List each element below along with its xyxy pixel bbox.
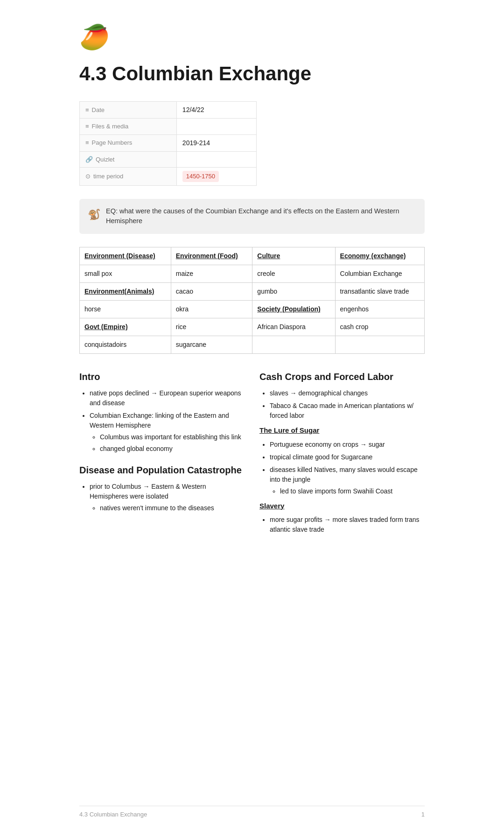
disease-title: Disease and Population Catastrophe: [79, 463, 245, 477]
table-cell: Govt (Empire): [80, 318, 171, 336]
table-cell: [335, 336, 424, 354]
table-cell: transatlantic slave trade: [335, 283, 424, 301]
list-item: prior to Columbus → Eastern & Western He…: [90, 482, 245, 513]
table-cell: cacao: [171, 283, 252, 301]
list-item: more sugar profits → more slaves traded …: [270, 515, 425, 535]
intro-list: native pops declined → European superior…: [79, 388, 245, 454]
prop-label: ≡Date: [80, 102, 177, 119]
prop-label: 🔗Quizlet: [80, 151, 177, 168]
table-cell: sugarcane: [171, 336, 252, 354]
table-cell: African Diaspora: [252, 318, 335, 336]
table-cell: Columbian Exchange: [335, 265, 424, 283]
table-cell: [252, 336, 335, 354]
right-column: Cash Crops and Forced Labor slaves → dem…: [259, 368, 425, 537]
page-emoji: 🥭: [79, 19, 425, 55]
prop-label: ≡Page Numbers: [80, 134, 177, 151]
prop-value: 2019-214: [176, 134, 256, 151]
table-cell: engenhos: [335, 301, 424, 318]
disease-list: prior to Columbus → Eastern & Western He…: [79, 482, 245, 513]
table-row: Environment(Animals)cacaogumbotransatlan…: [80, 283, 425, 301]
table-row: Govt (Empire)riceAfrican Diasporacash cr…: [80, 318, 425, 336]
property-row: ⊙time period1450-1750: [80, 168, 257, 186]
disease-section: Disease and Population Catastrophe prior…: [79, 463, 245, 513]
page-container: 🥭 4.3 Columbian Exchange ≡Date12/4/22≡Fi…: [51, 0, 453, 830]
property-row: ≡Page Numbers2019-214: [80, 134, 257, 151]
table-cell: maize: [171, 265, 252, 283]
table-cell: rice: [171, 318, 252, 336]
eq-text: EQ: what were the causes of the Coumbian…: [106, 206, 416, 227]
property-row: ≡Date12/4/22: [80, 102, 257, 119]
prop-value: 12/4/22: [176, 102, 256, 119]
list-item: native pops declined → European superior…: [90, 388, 245, 408]
sugar-list: Portuguese economy on crops → sugartropi…: [259, 440, 425, 496]
list-item: led to slave imports form Swahili Coast: [280, 486, 425, 496]
list-item: natives weren't immune to the diseases: [100, 503, 245, 513]
eq-emoji: 🐒: [88, 207, 100, 222]
list-item: Columbus was important for establishing …: [100, 432, 245, 442]
cash-crops-section: Cash Crops and Forced Labor slaves → dem…: [259, 370, 425, 535]
list-item: Columbian Exchange: linking of the Easte…: [90, 411, 245, 454]
prop-value: [176, 151, 256, 168]
cash-crops-title: Cash Crops and Forced Labor: [259, 370, 425, 384]
table-cell: cash crop: [335, 318, 424, 336]
table-cell: okra: [171, 301, 252, 318]
eq-callout: 🐒 EQ: what were the causes of the Coumbi…: [79, 199, 425, 234]
table-cell: Environment(Animals): [80, 283, 171, 301]
table-row: horseokraSociety (Population)engenhos: [80, 301, 425, 318]
sugar-subtitle: The Lure of Sugar: [259, 425, 425, 436]
table-cell: conquistadoirs: [80, 336, 171, 354]
prop-value: [176, 119, 256, 135]
footer-title: 4.3 Columbian Exchange: [79, 810, 147, 819]
list-item: slaves → demographical changes: [270, 388, 425, 398]
prop-label: ≡Files & media: [80, 119, 177, 135]
table-header: Culture: [252, 247, 335, 265]
property-row: ≡Files & media: [80, 119, 257, 135]
list-item: diseases killed Natives, many slaves wou…: [270, 465, 425, 496]
table-header: Environment (Disease): [80, 247, 171, 265]
left-column: Intro native pops declined → European su…: [79, 368, 245, 537]
page-title: 4.3 Columbian Exchange: [79, 59, 425, 88]
table-cell: small pox: [80, 265, 171, 283]
list-item: Portuguese economy on crops → sugar: [270, 440, 425, 450]
cash-crops-list: slaves → demographical changesTabaco & C…: [259, 388, 425, 421]
slavery-subtitle: Slavery: [259, 501, 425, 512]
content-table: Environment (Disease)Environment (Food)C…: [79, 247, 425, 354]
table-cell: Society (Population): [252, 301, 335, 318]
table-header: Economy (exchange): [335, 247, 424, 265]
table-row: small poxmaizecreoleColumbian Exchange: [80, 265, 425, 283]
slavery-list: more sugar profits → more slaves traded …: [259, 515, 425, 535]
table-header: Environment (Food): [171, 247, 252, 265]
prop-value: 1450-1750: [176, 168, 256, 186]
table-row: conquistadoirssugarcane: [80, 336, 425, 354]
intro-title: Intro: [79, 370, 245, 384]
prop-label: ⊙time period: [80, 168, 177, 186]
list-item: Tabaco & Cacao made in American plantati…: [270, 401, 425, 421]
intro-section: Intro native pops declined → European su…: [79, 370, 245, 454]
property-row: 🔗Quizlet: [80, 151, 257, 168]
two-col-layout: Intro native pops declined → European su…: [79, 368, 425, 537]
table-cell: horse: [80, 301, 171, 318]
page-footer: 4.3 Columbian Exchange 1: [79, 806, 425, 819]
table-cell: gumbo: [252, 283, 335, 301]
table-cell: creole: [252, 265, 335, 283]
list-item: tropical climate good for Sugarcane: [270, 452, 425, 462]
properties-table: ≡Date12/4/22≡Files & media≡Page Numbers2…: [79, 101, 257, 186]
list-item: changed global economy: [100, 444, 245, 454]
footer-page: 1: [421, 810, 425, 819]
